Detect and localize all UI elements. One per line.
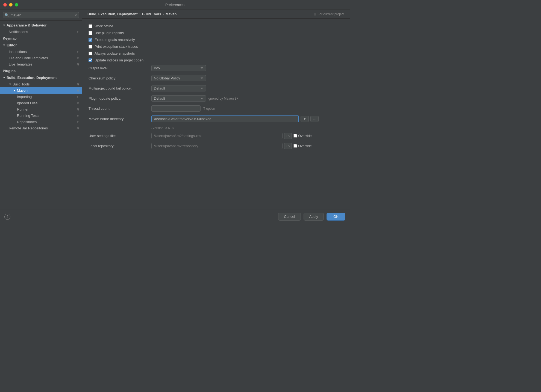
checksum-policy-select-wrapper: No Global Policy Strict Warn Ignore (151, 75, 206, 81)
maven-home-directory-input[interactable] (151, 115, 299, 122)
plugin-update-policy-hint: ignored by Maven 3+ (208, 97, 238, 100)
sidebar-item-live-templates[interactable]: Live Templates ⎘ (0, 61, 82, 67)
maven-home-directory-control: ▾ … (151, 115, 319, 122)
expand-icon: ▼ (3, 24, 5, 27)
sidebar-item-build-execution-deployment[interactable]: ▼ Build, Execution, Deployment (0, 74, 82, 81)
sidebar-item-keymap[interactable]: Keymap (0, 35, 82, 42)
maven-home-dropdown-wrapper: ▾ (301, 116, 309, 122)
sidebar-item-inspections[interactable]: Inspections ⎘ (0, 49, 82, 55)
sidebar-item-build-tools[interactable]: ▼ Build Tools ⎘ (0, 81, 82, 87)
user-settings-file-control: 🗁 Override (151, 133, 312, 139)
maven-home-directory-row: Maven home directory: ▾ … (89, 115, 343, 122)
breadcrumb: Build, Execution, Deployment › Build Too… (87, 12, 177, 16)
search-wrapper: 🔍 ✕ (3, 12, 79, 18)
sidebar: 🔍 ✕ ▼ Appearance & Behavior Notification… (0, 10, 82, 209)
update-indices-checkbox[interactable] (89, 58, 92, 62)
maven-home-dropdown-btn[interactable]: ▾ (301, 116, 309, 122)
thread-count-input[interactable] (151, 105, 201, 112)
use-plugin-registry-checkbox[interactable] (89, 31, 92, 35)
maximize-button[interactable] (15, 3, 18, 7)
sidebar-item-ignored-files[interactable]: Ignored Files ⎘ (0, 100, 82, 106)
sidebar-item-running-tests[interactable]: Running Tests ⎘ (0, 112, 82, 119)
use-plugin-registry-label: Use plugin registry (95, 31, 124, 35)
work-offline-checkbox[interactable] (89, 24, 92, 28)
maven-home-directory-label: Maven home directory: (89, 117, 149, 121)
window-title: Preferences (165, 3, 184, 7)
main-container: 🔍 ✕ ▼ Appearance & Behavior Notification… (0, 10, 350, 209)
plugin-update-policy-select[interactable]: Default Always Daily Interval Never (151, 95, 206, 102)
search-icon: 🔍 (5, 13, 9, 17)
breadcrumb-maven: Maven (166, 12, 177, 16)
plugin-update-policy-label: Plugin update policy: (89, 96, 149, 100)
multiproject-build-fail-policy-select-wrapper: Default Fail At End Fail Fast Never Fail (151, 85, 206, 91)
maven-version: (Version: 3.6.0) (151, 126, 343, 130)
local-repository-label: Local repository: (89, 144, 149, 148)
expand-icon: ▼ (3, 76, 5, 79)
local-repository-control: 🗁 Override (151, 143, 312, 149)
sidebar-item-repositories[interactable]: Repositories ⎘ (0, 119, 82, 125)
sidebar-item-runner[interactable]: Runner ⎘ (0, 106, 82, 112)
copy-icon: ⎘ (77, 63, 79, 66)
multiproject-build-fail-policy-select[interactable]: Default Fail At End Fail Fast Never Fail (151, 85, 206, 91)
bottom-bar: ? Cancel Apply OK (0, 209, 350, 224)
sidebar-item-importing[interactable]: Importing ⎘ (0, 94, 82, 100)
checkbox-always-update-snapshots: Always update snapshots (89, 51, 343, 55)
settings-content: Work offline Use plugin registry Execute… (82, 19, 350, 209)
checksum-policy-label: Checksum policy: (89, 76, 149, 80)
multiproject-build-fail-policy-row: Multiproject build fail policy: Default … (89, 85, 343, 91)
user-settings-override-label: Override (298, 134, 312, 138)
multiproject-build-fail-policy-control: Default Fail At End Fail Fast Never Fail (151, 85, 206, 91)
user-settings-file-browse-btn[interactable]: 🗁 (284, 133, 292, 139)
output-level-control: Debug Info Warn Error (151, 65, 206, 71)
local-repository-override-label: Override (298, 144, 312, 148)
traffic-lights[interactable] (3, 3, 18, 7)
copy-icon: ⎘ (77, 102, 79, 105)
nav-tree: ▼ Appearance & Behavior Notifications ⎘ … (0, 21, 82, 209)
sidebar-item-maven[interactable]: ▼ Maven ⎘ (0, 87, 82, 94)
copy-icon: ⎘ (77, 127, 79, 130)
sidebar-item-plugins[interactable]: Plugins (0, 67, 82, 74)
print-exception-stack-traces-label: Print exception stack traces (95, 44, 138, 49)
close-button[interactable] (3, 3, 7, 7)
thread-count-control: -T option (151, 105, 215, 112)
output-level-row: Output level: Debug Info Warn Error (89, 65, 343, 71)
help-button[interactable]: ? (4, 214, 10, 220)
breadcrumb-bar: Build, Execution, Deployment › Build Too… (82, 10, 350, 19)
minimize-button[interactable] (9, 3, 13, 7)
sidebar-item-remote-jar-repositories[interactable]: Remote Jar Repositories ⎘ (0, 125, 82, 131)
copy-icon: ⎘ (77, 89, 79, 92)
checkbox-print-exception-stack-traces: Print exception stack traces (89, 44, 343, 49)
sidebar-item-file-code-templates[interactable]: File and Code Templates ⎘ (0, 55, 82, 61)
clear-search-icon[interactable]: ✕ (74, 13, 77, 17)
always-update-snapshots-checkbox[interactable] (89, 52, 92, 55)
plugin-update-policy-select-wrapper: Default Always Daily Interval Never (151, 95, 206, 102)
plugin-update-policy-control: Default Always Daily Interval Never igno… (151, 95, 238, 102)
local-repository-input (151, 143, 283, 149)
checkbox-use-plugin-registry: Use plugin registry (89, 31, 343, 35)
thread-count-hint: -T option (202, 107, 215, 111)
execute-goals-recursively-checkbox[interactable] (89, 38, 92, 42)
sidebar-item-notifications[interactable]: Notifications ⎘ (0, 29, 82, 35)
local-repository-override-checkbox[interactable] (293, 144, 297, 148)
apply-button[interactable]: Apply (304, 213, 324, 221)
sidebar-item-editor[interactable]: ▼ Editor (0, 42, 82, 49)
content-area: Build, Execution, Deployment › Build Too… (82, 10, 350, 209)
local-repository-browse-btn[interactable]: 🗁 (284, 143, 292, 149)
search-input[interactable] (11, 13, 73, 17)
user-settings-override-checkbox[interactable] (293, 134, 297, 138)
checksum-policy-control: No Global Policy Strict Warn Ignore (151, 75, 206, 81)
copy-icon: ⎘ (77, 30, 79, 33)
user-settings-file-override: Override (293, 134, 312, 138)
multiproject-build-fail-policy-label: Multiproject build fail policy: (89, 86, 149, 90)
sidebar-item-appearance-behavior[interactable]: ▼ Appearance & Behavior (0, 22, 82, 29)
output-level-select[interactable]: Debug Info Warn Error (151, 65, 206, 71)
ok-button[interactable]: OK (327, 213, 345, 221)
maven-home-browse-btn[interactable]: … (310, 116, 319, 122)
checksum-policy-select[interactable]: No Global Policy Strict Warn Ignore (151, 75, 206, 81)
print-exception-stack-traces-checkbox[interactable] (89, 45, 92, 49)
checkbox-update-indices: Update indices on project open (89, 58, 343, 62)
checkbox-execute-goals-recursively: Execute goals recursively (89, 38, 343, 42)
cancel-button[interactable]: Cancel (278, 213, 301, 221)
copy-icon: ⎘ (77, 114, 79, 117)
copy-icon: ⎘ (77, 57, 79, 60)
